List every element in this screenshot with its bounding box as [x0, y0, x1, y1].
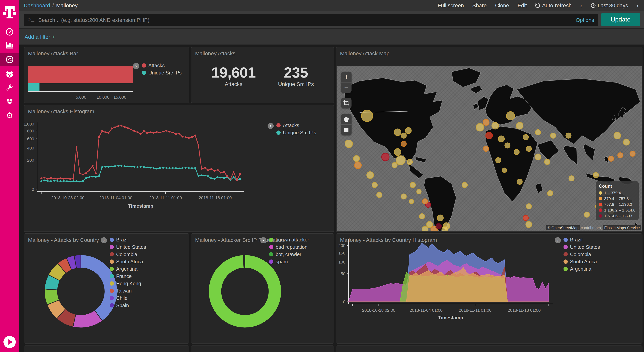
sidebar-item-devtools[interactable] — [0, 81, 19, 94]
panel-attack-map: Mailoney Attack Map + − — [336, 47, 642, 232]
legend-item[interactable]: Argentina — [110, 266, 146, 272]
legend-label: Taiwan — [116, 288, 132, 294]
sidebar-item-discover[interactable] — [0, 25, 19, 38]
update-button[interactable]: Update — [601, 13, 640, 26]
legend-toggle-icon[interactable]: › — [268, 123, 274, 129]
filter-bar: Add a filter + — [19, 29, 644, 45]
legend-item[interactable]: Colombia — [564, 251, 600, 257]
legend-label: France — [116, 273, 132, 279]
legend-toggle-icon[interactable]: › — [101, 237, 107, 243]
legend-item[interactable]: United States — [110, 244, 146, 250]
svg-text:0: 0 — [343, 299, 346, 304]
legend-item[interactable]: Argentina — [564, 266, 600, 272]
svg-text:2018-10-28 02:00: 2018-10-28 02:00 — [51, 195, 84, 200]
legend-toggle-icon[interactable]: › — [260, 237, 266, 243]
metric-value: 19,601 — [211, 65, 256, 80]
nav-share-button[interactable]: Share — [472, 2, 487, 9]
t-mobile-logo[interactable] — [0, 2, 19, 22]
breadcrumb-dashboard-link[interactable]: Dashboard — [24, 2, 50, 9]
polygon-icon[interactable] — [341, 114, 352, 124]
legend-item[interactable]: Spain — [110, 302, 146, 308]
count-range-label: 379.4 – 757.8 — [604, 196, 629, 201]
count-range-dot — [599, 191, 602, 195]
svg-text:Timestamp: Timestamp — [438, 315, 463, 320]
legend-item[interactable]: South Africa — [564, 259, 600, 264]
legend-label: bad reputation — [276, 244, 308, 250]
nav-clone-button[interactable]: Clone — [495, 2, 509, 9]
legend-label: South Africa — [116, 259, 143, 264]
top-nav: Dashboard / Mailoney Full screenShareClo… — [19, 0, 644, 11]
play-icon — [8, 339, 12, 345]
zoom-out-button[interactable]: − — [341, 82, 352, 93]
map-attribution: © OpenStreetMap contributors, Elastic Ma… — [546, 225, 641, 230]
sidebar-item-visualize[interactable] — [0, 38, 19, 51]
nav-edit-button[interactable]: Edit — [518, 2, 527, 9]
svg-text:2018-11-11 01:00: 2018-11-11 01:00 — [459, 308, 492, 313]
next-row-panel-stub — [191, 345, 334, 352]
sidebar-item-apm[interactable] — [0, 68, 19, 81]
legend-label: Brazil — [116, 237, 128, 243]
legend-label: Unique Src IPs — [283, 130, 316, 135]
legend-item[interactable]: bot, crawler — [269, 251, 309, 257]
query-options-link[interactable]: Options — [576, 17, 594, 23]
search-input[interactable]: >_ Search... (e.g. status:200 AND extens… — [24, 14, 598, 26]
world-map[interactable]: + − Count 1 — [336, 66, 642, 231]
time-forward-button[interactable]: › — [636, 2, 639, 9]
legend-label: Spain — [116, 302, 129, 308]
sidebar-item-dashboard[interactable] — [0, 53, 19, 66]
legend-color-dot — [142, 71, 146, 75]
count-legend-row: 1,136.2 – 1,514.6 — [599, 208, 636, 212]
legend-item[interactable]: Brazil — [110, 237, 146, 243]
legend-item[interactable]: Unique Src IPs — [276, 130, 316, 135]
legend-toggle-icon[interactable]: › — [555, 237, 561, 243]
rectangle-icon[interactable] — [341, 124, 352, 135]
elastic-maps-link[interactable]: Elastic Maps Service — [603, 225, 641, 230]
sidebar-item-management[interactable]: ⚙ — [0, 109, 19, 122]
count-range-label: 757.8 – 1,136.2 — [604, 202, 632, 207]
time-range-button[interactable]: Last 30 days — [591, 2, 628, 9]
legend-item[interactable]: Unique Src IPs — [142, 70, 182, 76]
count-legend-row: 379.4 – 757.8 — [599, 196, 636, 201]
legend-color-dot — [110, 281, 114, 286]
next-row-panel-stub — [24, 345, 189, 352]
legend-item[interactable]: known attacker — [269, 237, 309, 243]
panel-src-ip-reputation: Mailoney - Attacker Src IP Reputation ›k… — [191, 233, 334, 343]
legend-item[interactable]: Attacks — [142, 63, 182, 68]
svg-text:2018-11-18 01:00: 2018-11-18 01:00 — [199, 195, 232, 200]
svg-text:150: 150 — [338, 251, 346, 255]
panel-attacks-by-country-histogram: Mailoney - Attacks by Country Histogram … — [336, 233, 642, 343]
legend-item[interactable]: Hong Kong — [110, 281, 146, 286]
legend-toggle-icon[interactable]: › — [133, 63, 139, 69]
legend-item[interactable]: bad reputation — [269, 244, 309, 250]
app-sidebar: ⚙ — [0, 0, 19, 352]
legend-item[interactable]: Attacks — [276, 122, 316, 128]
svg-text:2018-11-04 01:00: 2018-11-04 01:00 — [99, 195, 132, 200]
zoom-in-button[interactable]: + — [341, 72, 352, 82]
map-count-legend: Count 1 – 379.4379.4 – 757.8757.8 – 1,13… — [596, 181, 639, 220]
svg-text:400: 400 — [27, 146, 34, 150]
legend-item[interactable]: United States — [564, 244, 600, 250]
panel-attacks-histogram: Mailoney Attacks Histogram 1,00080060040… — [24, 105, 334, 232]
sidebar-item-monitoring[interactable] — [0, 95, 19, 108]
legend-item[interactable]: spam — [269, 259, 309, 264]
legend-color-dot — [110, 252, 114, 256]
legend-item[interactable]: South Africa — [110, 259, 146, 264]
metric-label: Attacks — [225, 81, 242, 87]
legend-item[interactable]: France — [110, 273, 146, 279]
legend-item[interactable]: Colombia — [110, 251, 146, 257]
crop-icon[interactable] — [341, 98, 352, 108]
svg-text:800: 800 — [27, 129, 34, 133]
auto-refresh-button[interactable]: Auto-refresh — [535, 2, 572, 9]
time-back-button[interactable]: ‹ — [580, 2, 582, 9]
nav-full-screen-button[interactable]: Full screen — [438, 2, 464, 9]
legend-item[interactable]: Chile — [110, 295, 146, 301]
legend-color-dot — [110, 274, 114, 278]
wrench-icon — [5, 84, 14, 92]
add-filter-button[interactable]: Add a filter + — [24, 34, 55, 40]
metric-label: Unique Src IPs — [278, 81, 314, 87]
legend-item[interactable]: Taiwan — [110, 288, 146, 294]
legend-item[interactable]: Brazil — [564, 237, 600, 243]
osm-link[interactable]: © OpenStreetMap — [546, 225, 580, 230]
reputation-legend: ›known attackerbad reputationbot, crawle… — [260, 237, 309, 264]
expand-nav-button[interactable] — [4, 336, 16, 348]
